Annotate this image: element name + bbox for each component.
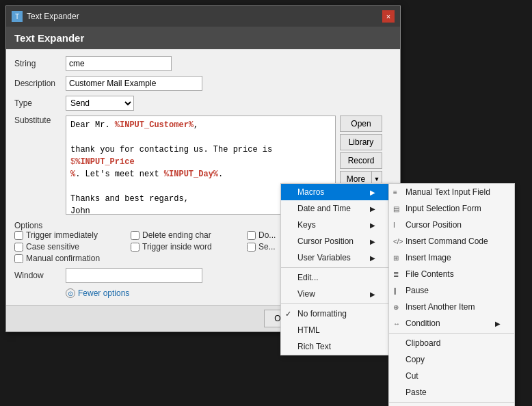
menu-item-user-variables-label: User Variables (297, 253, 351, 262)
type-row: Type Send (14, 96, 392, 111)
menu-item-edit-label: Edit... (297, 273, 319, 282)
menu-item-cut-label: Cut (405, 371, 418, 381)
menu-item-clipboard-label: Clipboard (405, 338, 440, 348)
open-button[interactable]: Open (340, 116, 382, 132)
fewer-options-label: Fewer options (78, 288, 129, 298)
menu-item-view-label: View (297, 289, 315, 299)
menu-item-html[interactable]: HTML (281, 322, 389, 338)
substitute-label: Substitute (14, 116, 66, 125)
macros-submenu-arrow: ▶ (370, 189, 375, 196)
menu-item-clipboard[interactable]: Clipboard (389, 335, 514, 351)
menu-item-cursor-pos[interactable]: I Cursor Position (389, 217, 514, 233)
user-variables-submenu-arrow: ▶ (370, 254, 375, 262)
menu-item-insert-image-label: Insert Image (405, 253, 451, 262)
menu-item-date-time-label: Date and Time (297, 204, 351, 213)
menu-item-cursor-position[interactable]: Cursor Position ▶ (281, 233, 389, 249)
menu-divider-1 (281, 267, 389, 268)
string-row: String (14, 56, 392, 71)
title-bar-left: T Text Expander (12, 11, 79, 22)
description-label: Description (14, 79, 66, 88)
check-mark-icon: ✓ (285, 310, 291, 319)
right-context-menu: ≡ Manual Text Input Field ▤ Input Select… (388, 183, 515, 406)
menu-item-condition-label: Condition (405, 319, 440, 328)
trigger-immediately-checkbox[interactable]: Trigger immediately (14, 230, 131, 240)
delete-ending-char-checkbox[interactable]: Delete ending char (131, 230, 247, 240)
string-label: String (14, 59, 66, 68)
input-selection-icon: ▤ (393, 205, 399, 213)
menu-item-cursor-label: Cursor Position (297, 236, 354, 246)
menu-item-insert-command[interactable]: </> Insert Command Code (389, 233, 514, 249)
menu-item-copy[interactable]: Copy (389, 351, 514, 368)
keys-submenu-arrow: ▶ (370, 221, 375, 229)
manual-input-icon: ≡ (393, 189, 397, 196)
insert-image-icon: ⊞ (393, 254, 399, 262)
menu-item-view[interactable]: View ▶ (281, 286, 389, 302)
menu-item-file-contents[interactable]: ≣ File Contents (389, 266, 514, 282)
title-text: Text Expander (27, 12, 79, 21)
view-submenu-arrow: ▶ (370, 290, 375, 298)
trigger-inside-word-checkbox[interactable]: Trigger inside word (131, 242, 247, 252)
menu-item-rich-text[interactable]: Rich Text (281, 338, 389, 355)
macros-context-menu: Macros ▶ Date and Time ▶ Keys ▶ Cursor P… (280, 183, 390, 355)
menu-item-edit[interactable]: Edit... (281, 269, 389, 286)
menu-item-insert-another-label: Insert Another Item (405, 302, 475, 312)
options-label: Options (14, 221, 66, 230)
menu-item-pause[interactable]: ‖ Pause (389, 282, 514, 299)
window-input[interactable] (66, 268, 202, 283)
menu-divider-2 (281, 303, 389, 304)
menu-item-insert-command-label: Insert Command Code (405, 236, 488, 246)
menu-item-keys[interactable]: Keys ▶ (281, 217, 389, 233)
dialog-header: Text Expander (6, 27, 400, 49)
menu-item-html-label: HTML (297, 325, 320, 335)
description-row: Description (14, 76, 392, 91)
insert-another-icon: ⊕ (393, 303, 399, 311)
condition-icon: ↔ (393, 320, 400, 327)
fewer-options-icon: ⊙ (66, 288, 75, 298)
menu-item-cut[interactable]: Cut (389, 368, 514, 384)
date-time-submenu-arrow: ▶ (370, 205, 375, 213)
menu-item-keys-label: Keys (297, 220, 316, 230)
description-input[interactable] (66, 76, 202, 91)
cursor-submenu-arrow: ▶ (370, 238, 375, 245)
record-button[interactable]: Record (340, 152, 382, 169)
menu-item-insert-another[interactable]: ⊕ Insert Another Item (389, 299, 514, 315)
dialog-title: Text Expander (14, 32, 84, 44)
menu-item-copy-label: Copy (405, 355, 425, 364)
side-buttons: Open Library Record More ▼ (340, 116, 382, 187)
menu-item-file-contents-label: File Contents (405, 269, 454, 279)
cursor-pos-icon: I (393, 221, 395, 229)
type-label: Type (14, 98, 66, 108)
title-bar: T Text Expander × (6, 6, 400, 27)
menu-item-cursor-pos-label: Cursor Position (405, 220, 462, 230)
condition-submenu-arrow: ▶ (495, 320, 501, 327)
file-contents-icon: ≣ (393, 271, 399, 278)
menu-item-no-formatting[interactable]: ✓ No formatting (281, 306, 389, 322)
menu-item-condition[interactable]: ↔ Condition ▶ (389, 315, 514, 331)
menu-item-date-time[interactable]: Date and Time ▶ (281, 200, 389, 217)
pause-icon: ‖ (393, 287, 397, 295)
menu-item-macros[interactable]: Macros ▶ (281, 184, 389, 200)
menu-item-pause-label: Pause (405, 286, 429, 295)
library-button[interactable]: Library (340, 134, 382, 150)
insert-command-icon: </> (393, 238, 403, 245)
manual-confirmation-checkbox[interactable]: Manual confirmation (14, 254, 131, 263)
close-button[interactable]: × (382, 10, 395, 23)
menu-item-no-formatting-label: No formatting (297, 309, 347, 319)
menu-item-user-variables[interactable]: User Variables ▶ (281, 249, 389, 266)
menu-item-manual-input-label: Manual Text Input Field (405, 187, 490, 197)
window-label: Window (14, 271, 66, 280)
menu-item-insert-image[interactable]: ⊞ Insert Image (389, 249, 514, 266)
menu-item-macros-label: Macros (297, 187, 324, 197)
string-input[interactable] (66, 56, 172, 71)
menu-item-paste-label: Paste (405, 388, 427, 397)
case-sensitive-checkbox[interactable]: Case sensitive (14, 242, 131, 252)
app-icon: T (12, 11, 23, 22)
menu-item-rich-text-label: Rich Text (297, 342, 331, 351)
right-menu-divider-1 (389, 333, 514, 334)
right-menu-divider-2 (389, 402, 514, 403)
menu-item-input-selection[interactable]: ▤ Input Selection Form (389, 200, 514, 217)
type-select[interactable]: Send (66, 96, 134, 111)
menu-item-manual-input[interactable]: ≡ Manual Text Input Field (389, 184, 514, 200)
menu-item-input-selection-label: Input Selection Form (405, 204, 481, 213)
menu-item-paste[interactable]: Paste (389, 384, 514, 401)
